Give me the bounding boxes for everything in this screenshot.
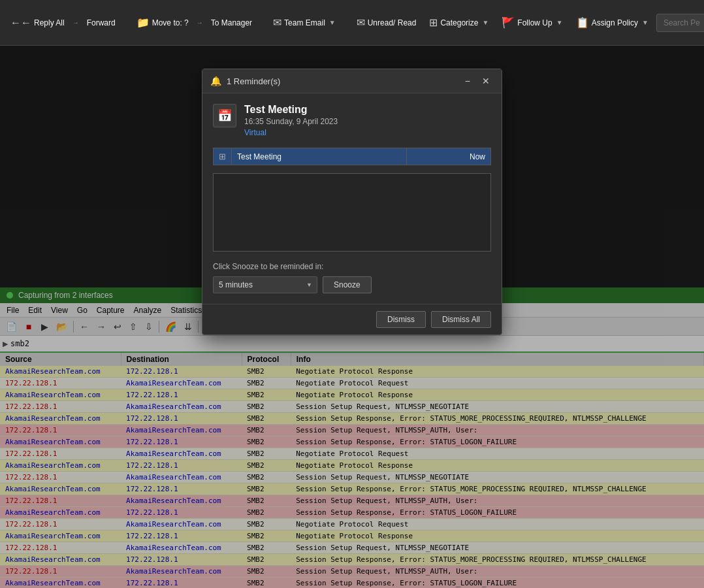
assign-policy-label: Assign Policy <box>592 18 638 27</box>
assign-policy-icon: 📋 <box>576 16 589 29</box>
close-button[interactable]: ✕ <box>478 74 494 88</box>
forward-arrow-icon: → <box>72 19 79 26</box>
meeting-title: Test Meeting <box>244 104 338 116</box>
unread-icon: ✉ <box>357 16 365 29</box>
search-input[interactable] <box>656 14 704 32</box>
snooze-button[interactable]: Snooze <box>323 276 372 293</box>
reply-all-icon: ←← <box>10 17 31 29</box>
follow-up-button[interactable]: 🚩 Follow Up ▼ <box>496 12 568 33</box>
forward-button[interactable]: Forward <box>82 14 121 31</box>
meeting-row-name: Test Meeting <box>232 148 407 165</box>
meeting-datetime: 16:35 Sunday, 9 April 2023 <box>244 117 338 126</box>
to-manager-label: To Manager <box>211 18 252 27</box>
meeting-list-empty-area <box>213 173 491 252</box>
dialog-footer: Dismiss Dismiss All <box>202 304 502 335</box>
meeting-info: Test Meeting 16:35 Sunday, 9 April 2023 … <box>244 104 338 137</box>
move-icon: 📁 <box>136 16 150 29</box>
unread-read-button[interactable]: ✉ Unread/ Read <box>351 12 422 33</box>
dialog-window-controls: − ✕ <box>461 74 494 88</box>
assign-policy-dropdown-icon: ▼ <box>642 19 648 26</box>
meeting-list-table: ⊞ Test Meeting Now <box>213 148 491 165</box>
snooze-select-wrapper: 5 minutes 10 minutes 15 minutes 30 minut… <box>213 276 317 293</box>
categorize-label: Categorize <box>440 18 478 27</box>
reminder-title: 1 Reminder(s) <box>227 76 280 86</box>
to-manager-arrow-icon: → <box>197 19 203 26</box>
email-icon: ✉ <box>273 16 281 29</box>
outlook-toolbar: ←← Reply All → Forward 📁 Move to: ? → To… <box>0 0 704 46</box>
dialog-title-area: 🔔 1 Reminder(s) <box>210 76 280 86</box>
categorize-button[interactable]: ⊞ Categorize ▼ <box>424 12 494 33</box>
snooze-controls: 5 minutes 10 minutes 15 minutes 30 minut… <box>213 276 491 293</box>
reminder-dialog: 🔔 1 Reminder(s) − ✕ 📅 Test Meeting 16:35… <box>202 69 502 335</box>
categorize-dropdown-icon: ▼ <box>482 19 488 26</box>
unread-read-label: Unread/ Read <box>368 18 417 27</box>
team-email-dropdown-icon: ▼ <box>329 19 336 26</box>
categorize-icon: ⊞ <box>429 16 438 29</box>
to-manager-button[interactable]: To Manager <box>206 14 257 31</box>
reply-all-label: Reply All <box>34 18 65 27</box>
meeting-header: 📅 Test Meeting 16:35 Sunday, 9 April 202… <box>213 104 491 137</box>
follow-up-dropdown-icon: ▼ <box>556 19 563 26</box>
follow-up-label: Follow Up <box>517 18 552 27</box>
team-email-button[interactable]: ✉ Team Email ▼ <box>268 12 341 33</box>
dialog-titlebar: 🔔 1 Reminder(s) − ✕ <box>202 69 502 93</box>
snooze-dropdown[interactable]: 5 minutes 10 minutes 15 minutes 30 minut… <box>213 276 317 293</box>
bell-icon: 🔔 <box>210 76 221 86</box>
virtual-link[interactable]: Virtual <box>244 128 338 137</box>
meeting-row-time: Now <box>406 148 490 165</box>
reminder-overlay: 🔔 1 Reminder(s) − ✕ 📅 Test Meeting 16:35… <box>0 46 704 588</box>
dismiss-all-button[interactable]: Dismiss All <box>431 311 491 328</box>
dialog-footer-buttons: Dismiss Dismiss All <box>376 311 491 328</box>
meeting-list-row[interactable]: ⊞ Test Meeting Now <box>214 148 491 165</box>
dismiss-button[interactable]: Dismiss <box>376 311 426 328</box>
move-to-button[interactable]: 📁 Move to: ? <box>131 12 194 33</box>
reply-all-button[interactable]: ←← Reply All <box>5 13 70 33</box>
team-email-label: Team Email <box>284 18 325 27</box>
calendar-icon: 📅 <box>213 104 236 127</box>
dialog-body: 📅 Test Meeting 16:35 Sunday, 9 April 202… <box>202 93 502 304</box>
assign-policy-button[interactable]: 📋 Assign Policy ▼ <box>571 12 654 33</box>
snooze-section: Click Snooze to be reminded in: 5 minute… <box>213 262 491 293</box>
forward-label: Forward <box>87 18 116 27</box>
minimize-button[interactable]: − <box>461 74 474 88</box>
move-to-label: Move to: ? <box>152 18 189 27</box>
meeting-row-icon: ⊞ <box>219 152 226 161</box>
snooze-label: Click Snooze to be reminded in: <box>213 262 491 271</box>
follow-up-icon: 🚩 <box>502 16 515 29</box>
